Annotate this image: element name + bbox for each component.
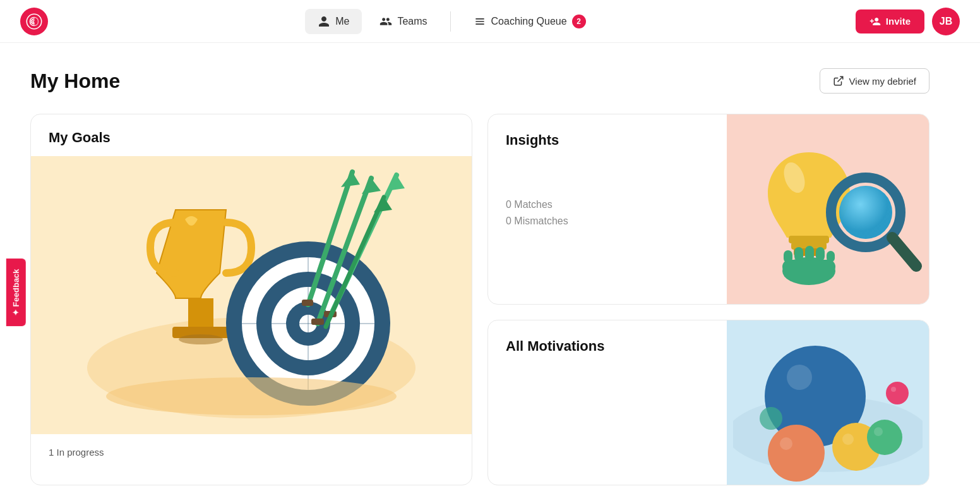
svg-marker-23 [374,197,392,212]
insights-illustration [727,114,929,304]
coaching-queue-button[interactable]: Coaching Queue 2 [461,8,599,35]
insights-svg [733,114,923,304]
motivations-title: All Motivations [506,338,709,355]
main-nav: Me Teams Coaching Queue 2 [305,8,598,35]
goals-card[interactable]: My Goals [30,114,472,485]
teams-nav-label: Teams [397,16,427,27]
goals-status: 1 In progress [49,447,104,458]
page-title: My Home [30,70,120,93]
svg-rect-15 [311,319,324,325]
svg-point-0 [27,14,41,28]
view-debrief-button[interactable]: View my debrief [820,68,929,94]
svg-rect-2 [188,298,213,330]
svg-point-43 [768,425,825,482]
feedback-label: ✦ Feedback [11,269,21,317]
teams-nav-button[interactable]: Teams [367,9,439,34]
svg-point-46 [842,434,854,445]
svg-point-51 [760,407,782,430]
invite-label: Invite [886,16,911,27]
svg-point-49 [886,382,909,404]
me-nav-button[interactable]: Me [305,9,362,34]
svg-rect-38 [816,247,825,261]
teams-icon [379,15,392,28]
logo[interactable] [20,8,48,35]
svg-marker-20 [386,175,405,191]
page-header: My Home View my debrief [30,68,929,94]
coaching-badge: 2 [572,15,586,28]
cards-grid: My Goals [30,114,929,485]
svg-line-32 [892,238,916,266]
svg-point-50 [891,387,896,392]
person-icon [318,15,330,28]
insights-title: Insights [506,132,709,149]
goals-card-footer: 1 In progress [31,434,472,470]
svg-point-31 [839,186,892,239]
insights-matches: 0 Matches [506,199,709,210]
goals-card-title: My Goals [49,130,454,146]
goals-card-header: My Goals [31,114,472,146]
svg-rect-36 [794,247,803,261]
nav-divider [450,11,451,32]
svg-marker-14 [362,178,381,194]
svg-rect-39 [827,251,835,262]
external-link-icon [833,75,844,87]
motivations-card[interactable]: All Motivations [487,320,929,485]
header-right: Invite JB [856,8,960,35]
insights-content: Insights 0 Matches 0 Mismatches [488,114,727,304]
svg-point-47 [867,420,902,455]
svg-rect-35 [784,250,792,263]
debrief-label: View my debrief [849,76,916,87]
svg-rect-18 [302,300,313,306]
insights-mismatches: 0 Mismatches [506,216,709,227]
invite-button[interactable]: Invite [856,9,924,33]
goals-svg [37,159,466,431]
main-content: My Home View my debrief My Goals [0,43,960,498]
coaching-icon [474,15,486,28]
feedback-tab[interactable]: ✦ Feedback [6,259,26,327]
me-nav-label: Me [335,16,349,27]
insights-card[interactable]: Insights 0 Matches 0 Mismatches [487,114,929,305]
svg-point-42 [787,365,812,390]
svg-point-4 [179,334,223,344]
svg-point-44 [780,437,792,450]
avatar-initials: JB [940,16,952,27]
coaching-queue-label: Coaching Queue [491,16,567,27]
motivations-illustration [727,320,929,485]
svg-rect-37 [805,246,814,261]
goals-illustration [31,156,472,434]
header: Me Teams Coaching Queue 2 Invite JB [0,0,980,43]
motivations-svg [733,320,923,485]
svg-point-24 [106,377,397,415]
motivations-content: All Motivations [488,320,727,485]
invite-icon [869,16,881,27]
avatar[interactable]: JB [932,8,960,35]
svg-point-48 [874,427,883,436]
